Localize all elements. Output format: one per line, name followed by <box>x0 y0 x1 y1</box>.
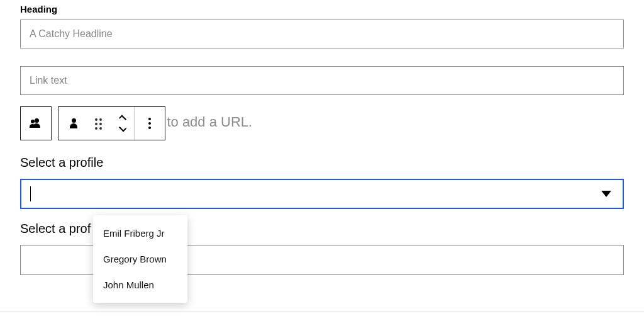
profile-option[interactable]: Gregory Brown <box>93 246 187 272</box>
drag-handle[interactable] <box>89 107 111 140</box>
chevron-updown-icon <box>118 116 127 130</box>
move-updown-button[interactable] <box>111 107 134 140</box>
block-toolbar <box>20 106 165 140</box>
profile-option[interactable]: John Mullen <box>93 272 187 298</box>
profile-select-combobox[interactable] <box>20 179 624 209</box>
heading-label: Heading <box>20 4 624 14</box>
profile-select-label: Select a profile <box>20 155 624 170</box>
chevron-down-icon <box>601 191 611 197</box>
drag-icon <box>95 118 105 128</box>
parent-block-button[interactable] <box>21 107 51 140</box>
more-options-button[interactable] <box>135 107 165 140</box>
person-icon <box>70 118 77 128</box>
more-vertical-icon <box>148 118 151 129</box>
block-type-button[interactable] <box>58 107 89 140</box>
heading-input[interactable] <box>20 20 624 48</box>
text-caret <box>30 186 31 201</box>
link-text-input[interactable] <box>20 66 624 95</box>
profile-options-dropdown: Emil Friberg Jr Gregory Brown John Mulle… <box>93 215 187 303</box>
divider <box>0 312 644 312</box>
block-toolbar-row: se the toolbar to add a URL. <box>20 106 624 143</box>
people-icon <box>30 119 42 128</box>
profile-option[interactable]: Emil Friberg Jr <box>93 220 187 246</box>
